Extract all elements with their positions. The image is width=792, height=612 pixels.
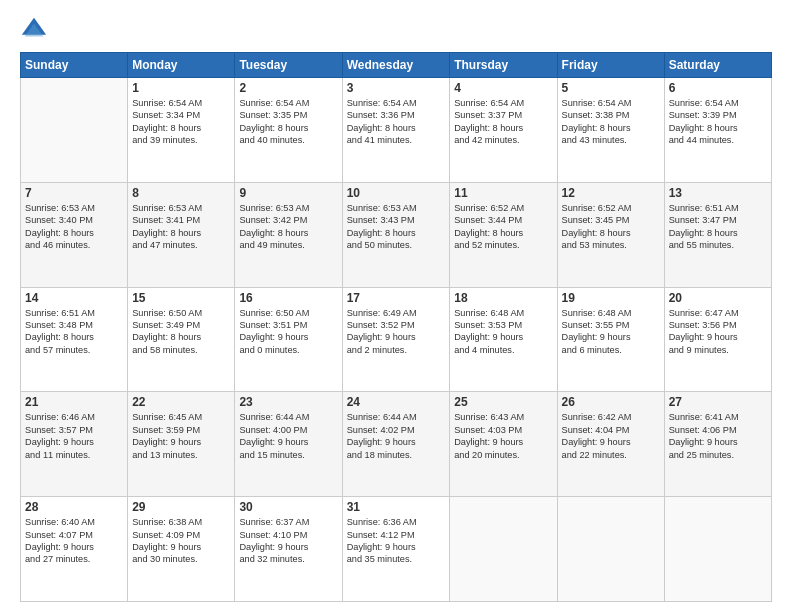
calendar-cell bbox=[557, 497, 664, 602]
day-info: Sunrise: 6:53 AM Sunset: 3:40 PM Dayligh… bbox=[25, 202, 123, 252]
day-info: Sunrise: 6:53 AM Sunset: 3:41 PM Dayligh… bbox=[132, 202, 230, 252]
day-number: 30 bbox=[239, 500, 337, 514]
week-row-4: 21Sunrise: 6:46 AM Sunset: 3:57 PM Dayli… bbox=[21, 392, 772, 497]
day-info: Sunrise: 6:54 AM Sunset: 3:38 PM Dayligh… bbox=[562, 97, 660, 147]
calendar-cell: 24Sunrise: 6:44 AM Sunset: 4:02 PM Dayli… bbox=[342, 392, 450, 497]
calendar-cell: 25Sunrise: 6:43 AM Sunset: 4:03 PM Dayli… bbox=[450, 392, 557, 497]
calendar-cell: 26Sunrise: 6:42 AM Sunset: 4:04 PM Dayli… bbox=[557, 392, 664, 497]
calendar-cell: 28Sunrise: 6:40 AM Sunset: 4:07 PM Dayli… bbox=[21, 497, 128, 602]
day-info: Sunrise: 6:53 AM Sunset: 3:43 PM Dayligh… bbox=[347, 202, 446, 252]
day-number: 26 bbox=[562, 395, 660, 409]
calendar-cell: 2Sunrise: 6:54 AM Sunset: 3:35 PM Daylig… bbox=[235, 78, 342, 183]
calendar-cell: 12Sunrise: 6:52 AM Sunset: 3:45 PM Dayli… bbox=[557, 182, 664, 287]
weekday-header-friday: Friday bbox=[557, 53, 664, 78]
calendar-cell bbox=[21, 78, 128, 183]
day-number: 24 bbox=[347, 395, 446, 409]
day-number: 12 bbox=[562, 186, 660, 200]
day-number: 29 bbox=[132, 500, 230, 514]
week-row-2: 7Sunrise: 6:53 AM Sunset: 3:40 PM Daylig… bbox=[21, 182, 772, 287]
logo bbox=[20, 16, 52, 44]
day-number: 31 bbox=[347, 500, 446, 514]
day-info: Sunrise: 6:53 AM Sunset: 3:42 PM Dayligh… bbox=[239, 202, 337, 252]
weekday-header-tuesday: Tuesday bbox=[235, 53, 342, 78]
calendar-cell: 19Sunrise: 6:48 AM Sunset: 3:55 PM Dayli… bbox=[557, 287, 664, 392]
day-info: Sunrise: 6:48 AM Sunset: 3:53 PM Dayligh… bbox=[454, 307, 552, 357]
day-info: Sunrise: 6:54 AM Sunset: 3:35 PM Dayligh… bbox=[239, 97, 337, 147]
calendar-cell: 14Sunrise: 6:51 AM Sunset: 3:48 PM Dayli… bbox=[21, 287, 128, 392]
calendar-cell: 10Sunrise: 6:53 AM Sunset: 3:43 PM Dayli… bbox=[342, 182, 450, 287]
calendar-cell: 3Sunrise: 6:54 AM Sunset: 3:36 PM Daylig… bbox=[342, 78, 450, 183]
calendar-cell: 29Sunrise: 6:38 AM Sunset: 4:09 PM Dayli… bbox=[128, 497, 235, 602]
calendar-cell: 22Sunrise: 6:45 AM Sunset: 3:59 PM Dayli… bbox=[128, 392, 235, 497]
day-number: 27 bbox=[669, 395, 767, 409]
day-number: 11 bbox=[454, 186, 552, 200]
calendar-cell: 4Sunrise: 6:54 AM Sunset: 3:37 PM Daylig… bbox=[450, 78, 557, 183]
calendar-cell: 9Sunrise: 6:53 AM Sunset: 3:42 PM Daylig… bbox=[235, 182, 342, 287]
day-number: 13 bbox=[669, 186, 767, 200]
day-number: 17 bbox=[347, 291, 446, 305]
day-number: 3 bbox=[347, 81, 446, 95]
calendar-table: SundayMondayTuesdayWednesdayThursdayFrid… bbox=[20, 52, 772, 602]
day-info: Sunrise: 6:36 AM Sunset: 4:12 PM Dayligh… bbox=[347, 516, 446, 566]
calendar-cell: 8Sunrise: 6:53 AM Sunset: 3:41 PM Daylig… bbox=[128, 182, 235, 287]
day-info: Sunrise: 6:44 AM Sunset: 4:00 PM Dayligh… bbox=[239, 411, 337, 461]
calendar-cell: 7Sunrise: 6:53 AM Sunset: 3:40 PM Daylig… bbox=[21, 182, 128, 287]
day-info: Sunrise: 6:52 AM Sunset: 3:45 PM Dayligh… bbox=[562, 202, 660, 252]
day-number: 1 bbox=[132, 81, 230, 95]
header bbox=[20, 16, 772, 44]
day-number: 25 bbox=[454, 395, 552, 409]
day-info: Sunrise: 6:52 AM Sunset: 3:44 PM Dayligh… bbox=[454, 202, 552, 252]
calendar-cell bbox=[450, 497, 557, 602]
calendar-cell: 23Sunrise: 6:44 AM Sunset: 4:00 PM Dayli… bbox=[235, 392, 342, 497]
day-info: Sunrise: 6:54 AM Sunset: 3:34 PM Dayligh… bbox=[132, 97, 230, 147]
day-number: 23 bbox=[239, 395, 337, 409]
day-info: Sunrise: 6:46 AM Sunset: 3:57 PM Dayligh… bbox=[25, 411, 123, 461]
day-info: Sunrise: 6:48 AM Sunset: 3:55 PM Dayligh… bbox=[562, 307, 660, 357]
calendar-cell: 13Sunrise: 6:51 AM Sunset: 3:47 PM Dayli… bbox=[664, 182, 771, 287]
day-number: 19 bbox=[562, 291, 660, 305]
day-number: 28 bbox=[25, 500, 123, 514]
weekday-header-saturday: Saturday bbox=[664, 53, 771, 78]
day-info: Sunrise: 6:54 AM Sunset: 3:37 PM Dayligh… bbox=[454, 97, 552, 147]
day-info: Sunrise: 6:47 AM Sunset: 3:56 PM Dayligh… bbox=[669, 307, 767, 357]
day-number: 15 bbox=[132, 291, 230, 305]
weekday-header-sunday: Sunday bbox=[21, 53, 128, 78]
day-info: Sunrise: 6:45 AM Sunset: 3:59 PM Dayligh… bbox=[132, 411, 230, 461]
calendar-cell: 20Sunrise: 6:47 AM Sunset: 3:56 PM Dayli… bbox=[664, 287, 771, 392]
day-number: 21 bbox=[25, 395, 123, 409]
week-row-3: 14Sunrise: 6:51 AM Sunset: 3:48 PM Dayli… bbox=[21, 287, 772, 392]
day-number: 6 bbox=[669, 81, 767, 95]
day-info: Sunrise: 6:50 AM Sunset: 3:51 PM Dayligh… bbox=[239, 307, 337, 357]
day-info: Sunrise: 6:38 AM Sunset: 4:09 PM Dayligh… bbox=[132, 516, 230, 566]
calendar-cell: 17Sunrise: 6:49 AM Sunset: 3:52 PM Dayli… bbox=[342, 287, 450, 392]
calendar-cell: 27Sunrise: 6:41 AM Sunset: 4:06 PM Dayli… bbox=[664, 392, 771, 497]
day-info: Sunrise: 6:54 AM Sunset: 3:36 PM Dayligh… bbox=[347, 97, 446, 147]
day-info: Sunrise: 6:44 AM Sunset: 4:02 PM Dayligh… bbox=[347, 411, 446, 461]
day-number: 10 bbox=[347, 186, 446, 200]
day-info: Sunrise: 6:41 AM Sunset: 4:06 PM Dayligh… bbox=[669, 411, 767, 461]
day-number: 9 bbox=[239, 186, 337, 200]
day-number: 7 bbox=[25, 186, 123, 200]
day-info: Sunrise: 6:49 AM Sunset: 3:52 PM Dayligh… bbox=[347, 307, 446, 357]
calendar-cell: 18Sunrise: 6:48 AM Sunset: 3:53 PM Dayli… bbox=[450, 287, 557, 392]
calendar-cell: 15Sunrise: 6:50 AM Sunset: 3:49 PM Dayli… bbox=[128, 287, 235, 392]
calendar-cell: 5Sunrise: 6:54 AM Sunset: 3:38 PM Daylig… bbox=[557, 78, 664, 183]
day-number: 5 bbox=[562, 81, 660, 95]
week-row-5: 28Sunrise: 6:40 AM Sunset: 4:07 PM Dayli… bbox=[21, 497, 772, 602]
weekday-header-row: SundayMondayTuesdayWednesdayThursdayFrid… bbox=[21, 53, 772, 78]
day-number: 16 bbox=[239, 291, 337, 305]
day-info: Sunrise: 6:40 AM Sunset: 4:07 PM Dayligh… bbox=[25, 516, 123, 566]
weekday-header-monday: Monday bbox=[128, 53, 235, 78]
weekday-header-thursday: Thursday bbox=[450, 53, 557, 78]
calendar-cell: 1Sunrise: 6:54 AM Sunset: 3:34 PM Daylig… bbox=[128, 78, 235, 183]
day-info: Sunrise: 6:51 AM Sunset: 3:48 PM Dayligh… bbox=[25, 307, 123, 357]
calendar-cell: 6Sunrise: 6:54 AM Sunset: 3:39 PM Daylig… bbox=[664, 78, 771, 183]
day-number: 8 bbox=[132, 186, 230, 200]
calendar-cell: 11Sunrise: 6:52 AM Sunset: 3:44 PM Dayli… bbox=[450, 182, 557, 287]
day-number: 2 bbox=[239, 81, 337, 95]
calendar-cell: 31Sunrise: 6:36 AM Sunset: 4:12 PM Dayli… bbox=[342, 497, 450, 602]
day-info: Sunrise: 6:54 AM Sunset: 3:39 PM Dayligh… bbox=[669, 97, 767, 147]
day-info: Sunrise: 6:37 AM Sunset: 4:10 PM Dayligh… bbox=[239, 516, 337, 566]
calendar-cell: 16Sunrise: 6:50 AM Sunset: 3:51 PM Dayli… bbox=[235, 287, 342, 392]
day-info: Sunrise: 6:42 AM Sunset: 4:04 PM Dayligh… bbox=[562, 411, 660, 461]
